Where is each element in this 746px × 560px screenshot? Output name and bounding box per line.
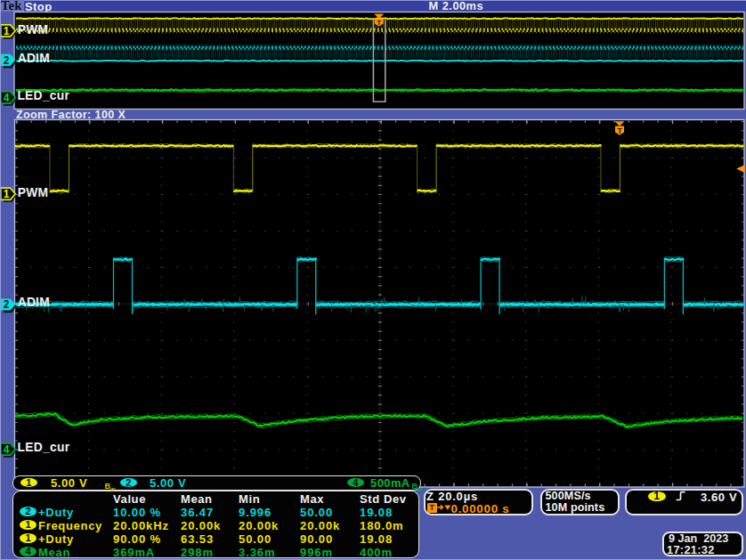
svg-text:2: 2 xyxy=(4,298,10,311)
svg-text:1: 1 xyxy=(4,25,10,37)
svg-text:T: T xyxy=(377,19,381,27)
svg-text:1: 1 xyxy=(4,188,10,200)
svg-text:T: T xyxy=(617,126,622,135)
svg-text:4: 4 xyxy=(4,443,10,456)
svg-text:2: 2 xyxy=(4,54,10,67)
svg-text:4: 4 xyxy=(4,92,10,104)
